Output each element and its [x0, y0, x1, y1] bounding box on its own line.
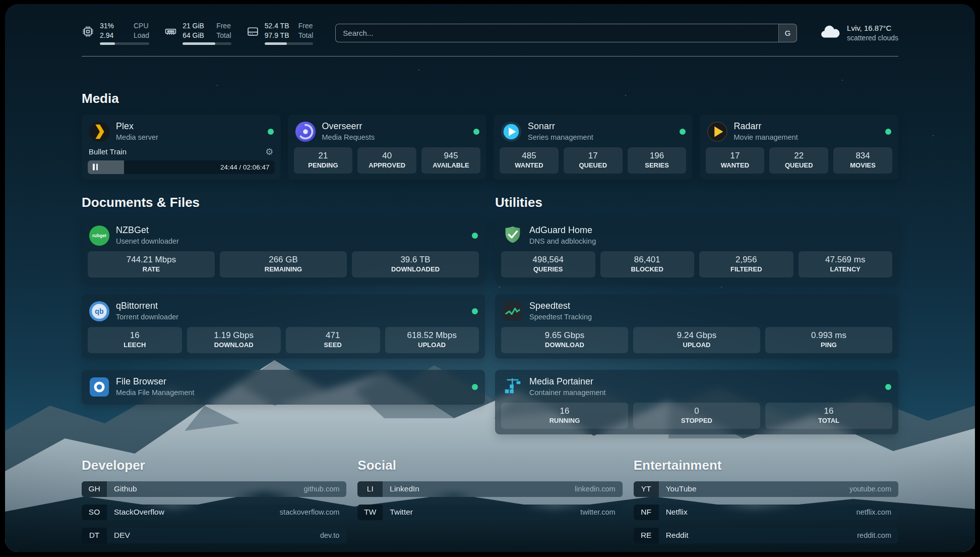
service-card-portainer[interactable]: Media Portainer Container management 16R… [495, 370, 898, 434]
radarr-status-dot [885, 129, 891, 135]
speedtest-title: Speedtest [529, 301, 592, 312]
pause-icon[interactable] [93, 164, 98, 171]
qbittorrent-status-dot [472, 308, 478, 314]
speedtest-stats: 9.65 GbpsDOWNLOAD 9.24 GbpsUPLOAD 0.993 … [501, 327, 892, 353]
bookmark-reddit[interactable]: RE Reddit reddit.com [634, 528, 898, 543]
bookmark-linkedin[interactable]: LI LinkedIn linkedin.com [357, 481, 622, 497]
bookmark-name: Twitter [390, 508, 413, 517]
stat-label: LATENCY [801, 265, 891, 274]
stat-value: 471 [288, 330, 378, 341]
svg-text:qb: qb [95, 307, 104, 315]
stat-value: 86,401 [602, 254, 693, 265]
stat-value: 39.6 TB [354, 254, 477, 265]
radarr-stats: 17WANTED 22QUEUED 834MOVIES [706, 147, 893, 174]
weather-location: Lviv, 16.87°C [847, 23, 898, 33]
radarr-icon [707, 121, 728, 142]
nzbget-header: nzbget NZBGet Usenet downloader [88, 224, 479, 251]
search-bar: G [335, 24, 797, 42]
service-card-qbittorrent[interactable]: qb qBittorrent Torrent downloader 16LEEC… [82, 294, 485, 359]
bookmarks-section: Developer GH Github github.com SO StackO… [82, 458, 898, 543]
stat-tile: 266 GBREMAINING [220, 251, 347, 277]
stat-tile: 17QUEUED [564, 147, 623, 174]
plex-time: 24:44 / 02:06:47 [220, 163, 270, 171]
stat-value: 21 [296, 150, 351, 161]
service-card-adguard[interactable]: AdGuard Home DNS and adblocking 498,564Q… [495, 218, 898, 283]
stat-value: 9.65 Gbps [503, 330, 626, 341]
cpu-widget: 31% CPU 2.94 Load [82, 21, 149, 45]
service-card-overseerr[interactable]: Overseerr Media Requests 21PENDING 40APP… [288, 115, 487, 180]
bookmark-abbr: GH [82, 481, 107, 497]
bookmark-github[interactable]: GH Github github.com [82, 481, 346, 497]
radarr-title: Radarr [734, 121, 798, 132]
bookmark-dev[interactable]: DT DEV dev.to [82, 528, 346, 543]
cpu-load-value: 2.94 [100, 31, 127, 40]
snow-flakes [5, 4, 6, 5]
stat-label: STOPPED [635, 417, 758, 425]
overseerr-icon [295, 121, 316, 142]
overseerr-subtitle: Media Requests [322, 133, 375, 142]
bookmark-netflix[interactable]: NF Netflix netflix.com [634, 505, 898, 520]
stat-tile: 744.21 MbpsRATE [88, 251, 215, 277]
stat-tile: 9.24 GbpsUPLOAD [633, 327, 760, 353]
bookmark-url: netflix.com [856, 508, 891, 516]
stat-value: 266 GB [222, 254, 345, 265]
search-input[interactable] [335, 24, 797, 42]
stat-label: LEECH [90, 341, 180, 350]
plex-now-playing-title: Bullet Train [89, 147, 127, 156]
memory-total-value: 64 GiB [182, 31, 210, 40]
gear-icon[interactable]: ⚙ [265, 147, 273, 156]
service-card-speedtest[interactable]: Speedtest Speedtest Tracking 9.65 GbpsDO… [495, 294, 898, 359]
bookmark-youtube[interactable]: YT YouTube youtube.com [634, 481, 898, 497]
stat-label: DOWNLOAD [189, 341, 279, 350]
stat-tile: 22QUEUED [769, 147, 828, 174]
disk-total-label: Total [298, 31, 314, 40]
cpu-row-1: 31% CPU [100, 21, 149, 31]
cloud-icon [819, 24, 840, 41]
search-provider-button[interactable]: G [778, 24, 797, 42]
stat-tile: 16RUNNING [501, 403, 628, 429]
stat-label: DOWNLOAD [503, 341, 626, 350]
stat-tile: 39.6 TBDOWNLOADED [352, 251, 479, 277]
stat-label: REMAINING [222, 265, 345, 274]
bookmark-abbr: NF [634, 505, 659, 520]
plex-now-playing-row: Bullet Train ⚙ [88, 147, 275, 160]
service-card-plex[interactable]: Plex Media server Bullet Train ⚙ [82, 115, 281, 180]
service-card-radarr[interactable]: Radarr Movie management 17WANTED 22QUEUE… [700, 115, 899, 180]
disk-row-2: 97.9 TB Total [265, 31, 314, 40]
cpu-progress-bar [100, 42, 149, 45]
bookmarks-social: Social LI LinkedIn linkedin.com TW Twitt… [357, 458, 622, 543]
bookmark-twitter[interactable]: TW Twitter twitter.com [357, 505, 622, 520]
stat-label: UPLOAD [387, 341, 477, 350]
stat-value: 834 [835, 150, 890, 161]
bookmark-name: DEV [114, 531, 130, 540]
bookmarks-entertainment: Entertainment YT YouTube youtube.com NF … [634, 458, 898, 543]
adguard-subtitle: DNS and adblocking [529, 237, 596, 246]
stat-tile: 16LEECH [88, 327, 182, 353]
bookmark-name: Netflix [666, 508, 688, 517]
stat-value: 16 [767, 406, 890, 417]
stat-tile: 17WANTED [706, 147, 765, 174]
bookmark-name: StackOverflow [114, 508, 164, 517]
stat-tile: 21PENDING [294, 147, 353, 174]
section-title-entertainment: Entertainment [634, 458, 898, 473]
bookmark-stackoverflow[interactable]: SO StackOverflow stackoverflow.com [82, 505, 346, 520]
service-card-filebrowser[interactable]: File Browser Media File Management [82, 370, 485, 405]
bookmark-url: twitter.com [580, 508, 615, 516]
memory-progress-fill [182, 42, 215, 45]
top-bar: 31% CPU 2.94 Load [82, 21, 898, 45]
cpu-usage-label: CPU [134, 21, 149, 31]
sonarr-header: Sonarr Series management [500, 120, 687, 147]
section-title-developer: Developer [82, 458, 346, 473]
plex-seek-bar[interactable]: 24:44 / 02:06:47 [88, 160, 275, 174]
memory-widget: 21 GiB Free 64 GiB Total [164, 21, 231, 45]
memory-icon [164, 25, 177, 38]
stat-value: 9.24 Gbps [635, 330, 758, 341]
service-card-nzbget[interactable]: nzbget NZBGet Usenet downloader 744.21 M… [82, 218, 485, 283]
service-card-sonarr[interactable]: Sonarr Series management 485WANTED 17QUE… [494, 115, 693, 180]
stat-label: QUEUED [566, 161, 621, 170]
cpu-progress-fill [100, 42, 115, 45]
disk-total-value: 97.9 TB [265, 31, 292, 40]
screen: 31% CPU 2.94 Load [0, 0, 980, 557]
section-media: Media Plex Media server [82, 91, 898, 180]
header-divider [82, 56, 898, 57]
